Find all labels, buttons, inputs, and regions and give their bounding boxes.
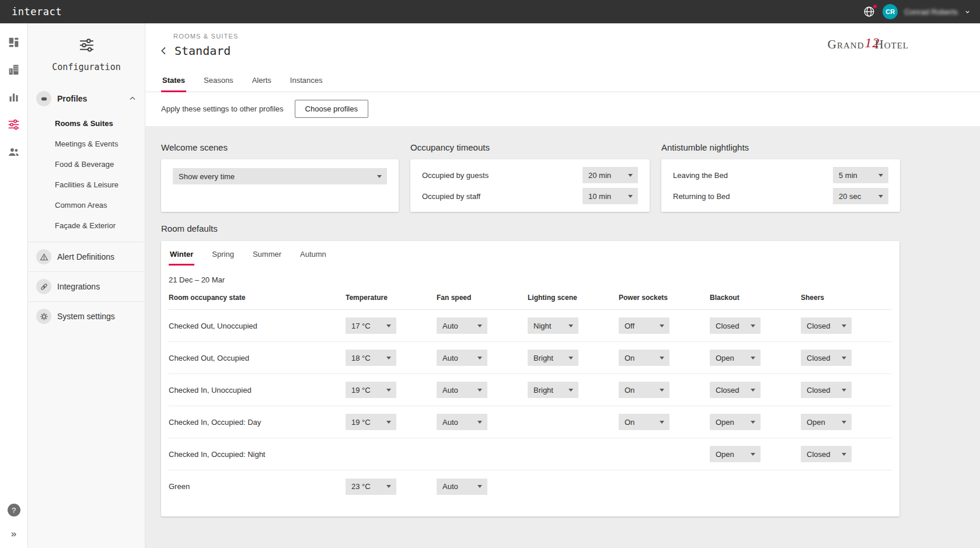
power-select[interactable]: On [619, 414, 669, 430]
language-button[interactable] [862, 5, 876, 19]
icon-rail-items [3, 30, 25, 167]
blackout-select[interactable]: Open [710, 446, 761, 462]
setting-row: Returning to Bed20 sec [673, 188, 888, 204]
selected-value: Auto [442, 386, 458, 395]
sheers-select[interactable]: Open [801, 414, 852, 430]
sheers-cell: Closed [801, 317, 892, 334]
season-tab-spring[interactable]: Spring [211, 244, 235, 266]
occupied-by-guests-select[interactable]: 20 min [583, 167, 638, 183]
power-select[interactable]: On [619, 382, 669, 398]
power-cell: Off [619, 317, 710, 334]
sidebar-item-integrations[interactable]: Integrations [28, 271, 145, 301]
sidebar-item-facilities-leisure[interactable]: Facilities & Leisure [28, 174, 145, 195]
expand-sidebar-button[interactable]: » [11, 528, 16, 540]
room-state-label: Checked In, Unoccupied [169, 386, 346, 395]
avatar[interactable]: CR [883, 4, 898, 19]
sheers-select[interactable]: Closed [801, 382, 852, 398]
rail-sliders-icon[interactable] [3, 113, 25, 136]
selected-value: 20 sec [839, 192, 861, 201]
rail-chart-icon[interactable] [3, 85, 25, 109]
sidebar-item-fa-ade-exterior[interactable]: Façade & Exterior [28, 215, 145, 236]
fan-select[interactable]: Auto [437, 382, 487, 398]
rail-people-icon[interactable] [3, 140, 25, 163]
sidebar-item-system-settings[interactable]: System settings [28, 301, 145, 331]
configuration-header: Configuration [28, 23, 145, 74]
blackout-select[interactable]: Closed [710, 317, 761, 334]
fan-select[interactable]: Auto [437, 317, 487, 334]
choose-profiles-button[interactable]: Choose profiles [295, 100, 368, 118]
leaving-the-bed-select[interactable]: 5 min [833, 167, 888, 183]
fan-select[interactable]: Auto [437, 414, 487, 430]
sidebar-item-rooms-suites[interactable]: Rooms & Suites [28, 113, 145, 134]
blackout-select[interactable]: Open [710, 350, 761, 366]
lighting-cell: Bright [528, 350, 619, 366]
main-area: ROOMS & SUITES Standard Grand 12 Hotel S… [145, 23, 980, 548]
chevron-down-icon [751, 389, 755, 392]
sheers-select[interactable]: Closed [801, 446, 852, 462]
sidebar-item-label: System settings [57, 312, 115, 321]
tab-seasons[interactable]: Seasons [203, 69, 235, 92]
temperature-select[interactable]: 19 °C [346, 382, 396, 398]
power-cell: On [619, 350, 710, 366]
table-body: Checked Out, Unoccupied17 °CAutoNightOff… [169, 310, 892, 502]
selected-value: 23 °C [351, 482, 371, 491]
tab-states[interactable]: States [161, 69, 186, 92]
user-menu-chevron-icon[interactable] [964, 9, 971, 15]
nightlights-card: Leaving the Bed5 minReturning to Bed20 s… [661, 159, 900, 212]
temperature-select[interactable]: 23 °C [346, 479, 396, 495]
tab-instances[interactable]: Instances [289, 69, 324, 92]
sidebar-item-meetings-events[interactable]: Meetings & Events [28, 134, 145, 154]
sidebar-section-profiles[interactable]: Profiles [28, 84, 145, 113]
back-button[interactable] [159, 46, 169, 56]
fan-select[interactable]: Auto [437, 479, 487, 495]
season-tab-summer[interactable]: Summer [252, 244, 283, 266]
setting-row: Occupied by staff10 min [422, 188, 638, 204]
rail-dashboard-icon[interactable] [3, 30, 25, 54]
sliders-icon [79, 37, 95, 53]
lighting-select[interactable]: Bright [528, 382, 578, 398]
sidebar-item-common-areas[interactable]: Common Areas [28, 195, 145, 215]
cards-row: Welcome scenes Show every time Occupancy… [161, 134, 980, 212]
lighting-select[interactable]: Bright [528, 350, 578, 366]
temperature-select[interactable]: 18 °C [346, 350, 396, 366]
tab-alerts[interactable]: Alerts [251, 69, 273, 92]
sidebar-item-food-beverage[interactable]: Food & Beverage [28, 154, 145, 174]
welcome-scene-select[interactable]: Show every time [173, 168, 387, 184]
help-button[interactable]: ? [8, 504, 20, 516]
blackout-select[interactable]: Closed [710, 382, 761, 398]
app-logo: interact [12, 6, 62, 18]
selected-value: Closed [807, 322, 830, 330]
fan-select[interactable]: Auto [437, 350, 487, 366]
sliders-icon [8, 118, 20, 131]
occupied-by-staff-select[interactable]: 10 min [583, 188, 638, 204]
lighting-select[interactable]: Night [528, 317, 578, 334]
column-header: Room occupancy state [169, 294, 346, 302]
sidebar-item-alert-definitions[interactable]: Alert Definitions [28, 242, 145, 271]
season-tabs: WinterSpringSummerAutumn [169, 244, 892, 266]
temperature-select[interactable]: 17 °C [346, 317, 396, 334]
chevron-down-icon [386, 421, 391, 424]
sheers-select[interactable]: Closed [801, 317, 852, 334]
power-select[interactable]: Off [619, 317, 669, 334]
link-icon [36, 279, 51, 294]
sidebar-item-label: Integrations [57, 282, 100, 291]
table-row: Checked Out, Unoccupied17 °CAutoNightOff… [169, 310, 892, 342]
chevron-down-icon [660, 324, 664, 327]
power-cell: On [619, 382, 710, 398]
rail-building-icon[interactable] [3, 58, 25, 81]
season-tab-autumn[interactable]: Autumn [299, 244, 327, 266]
season-tab-winter[interactable]: Winter [169, 244, 194, 266]
sheers-select[interactable]: Closed [801, 350, 852, 366]
temperature-select[interactable]: 19 °C [346, 414, 396, 430]
column-header: Lighting scene [528, 294, 619, 302]
selected-value: Closed [807, 354, 830, 362]
setting-label: Returning to Bed [673, 192, 730, 201]
blackout-select[interactable]: Open [710, 414, 761, 430]
chevron-down-icon [386, 357, 391, 359]
power-select[interactable]: On [619, 350, 669, 366]
sheers-cell: Closed [801, 350, 892, 366]
setting-label: Occupied by staff [422, 192, 480, 201]
returning-to-bed-select[interactable]: 20 sec [833, 188, 888, 204]
column-header: Temperature [346, 294, 437, 302]
fan-cell: Auto [437, 382, 528, 398]
